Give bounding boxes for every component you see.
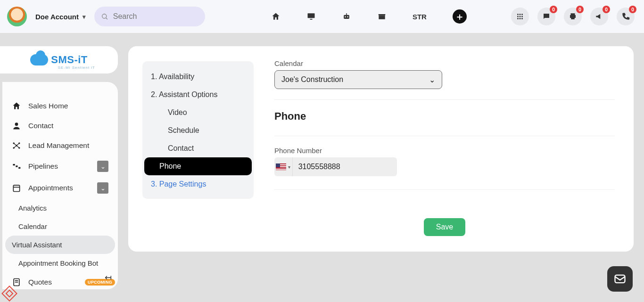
print-button[interactable]: 0 xyxy=(564,8,582,25)
svg-point-5 xyxy=(345,16,346,18)
phone-input-group: ▾ xyxy=(274,157,397,176)
home-icon xyxy=(12,101,21,111)
calendar-label: Calendar xyxy=(274,59,615,67)
svg-rect-28 xyxy=(18,167,20,169)
svg-rect-3 xyxy=(310,19,312,20)
svg-rect-26 xyxy=(13,164,15,165)
add-button[interactable]: ＋ xyxy=(453,9,467,24)
top-bar: Doe Account ▾ STR ＋ 0 0 0 0 xyxy=(0,0,644,33)
pipeline-icon xyxy=(12,162,21,171)
chevron-down-icon[interactable]: ⌄ xyxy=(97,182,108,194)
search-input[interactable] xyxy=(113,12,198,21)
sidebar-item-sales-home[interactable]: Sales Home xyxy=(2,96,118,116)
sidebar-label: Pipelines xyxy=(28,162,58,171)
wizard-steps: 1. Availability 2. Assistant Options Vid… xyxy=(142,61,254,199)
phone-number-label: Phone Number xyxy=(274,147,615,155)
document-icon xyxy=(12,278,21,287)
phone-section-title: Phone xyxy=(274,110,615,122)
wizard-step-availability[interactable]: 1. Availability xyxy=(142,68,254,86)
person-icon xyxy=(12,121,21,131)
save-button[interactable]: Save xyxy=(424,218,465,236)
desktop-icon[interactable] xyxy=(306,12,316,21)
phone-badge: 0 xyxy=(629,6,636,13)
messages-button[interactable]: 0 xyxy=(537,8,555,25)
print-badge: 0 xyxy=(576,6,584,13)
account-name: Doe Account xyxy=(35,13,79,21)
svg-point-11 xyxy=(517,16,519,17)
chevron-down-icon: ⌄ xyxy=(429,75,435,84)
wizard-step-assistant-options[interactable]: 2. Assistant Options xyxy=(142,86,254,104)
svg-point-12 xyxy=(520,16,521,17)
search-icon xyxy=(101,12,108,21)
sidebar-label: Quotes xyxy=(28,278,52,286)
mail-icon xyxy=(613,272,627,286)
sidebar-label: Appointments xyxy=(28,184,73,192)
sidebar-item-calendar[interactable]: Calendar xyxy=(2,217,118,236)
sidebar-item-lead-management[interactable]: Lead Management xyxy=(2,136,118,155)
calendar-select[interactable]: Joe's Construction ⌄ xyxy=(274,70,442,89)
chevron-down-icon[interactable]: ⌄ xyxy=(97,161,108,172)
wizard-sub-phone[interactable]: Phone xyxy=(144,157,252,175)
chevron-down-icon: ▾ xyxy=(83,13,86,20)
global-search[interactable] xyxy=(94,7,205,26)
sidebar-item-analytics[interactable]: Analytics xyxy=(2,199,118,217)
wizard-sub-schedule[interactable]: Schedule xyxy=(144,122,252,139)
svg-point-9 xyxy=(520,14,521,15)
svg-rect-34 xyxy=(615,275,625,283)
svg-point-0 xyxy=(102,14,107,18)
sidebar-label: Analytics xyxy=(18,204,47,212)
sidebar-item-contact[interactable]: Contact xyxy=(2,116,118,136)
sidebar-item-appointments[interactable]: Appointments ⌄ xyxy=(2,177,118,199)
phone-button[interactable]: 0 xyxy=(617,8,635,25)
svg-point-16 xyxy=(521,18,523,19)
apps-grid-button[interactable] xyxy=(511,8,529,25)
wizard-sub-contact[interactable]: Contact xyxy=(144,139,252,157)
svg-point-8 xyxy=(517,14,519,15)
country-code-select[interactable]: ▾ xyxy=(274,157,293,176)
wizard-step-page-settings[interactable]: 3. Page Settings xyxy=(142,175,254,193)
form-area: Calendar Joe's Construction ⌄ Phone Phon… xyxy=(254,46,634,252)
svg-rect-2 xyxy=(307,13,314,18)
wizard-sub-video[interactable]: Video xyxy=(144,104,252,122)
main-sidebar: Sales Home Contact Lead Management Pipel… xyxy=(2,82,118,289)
str-nav-item[interactable]: STR xyxy=(413,13,427,21)
chevron-down-icon: ▾ xyxy=(288,164,290,170)
svg-point-6 xyxy=(347,16,348,18)
robot-icon[interactable] xyxy=(342,12,351,21)
sidebar-label: Virtual Assistant xyxy=(12,241,62,249)
divider xyxy=(274,189,615,190)
brand-name: SMS-iT xyxy=(51,54,88,66)
announcements-button[interactable]: 0 xyxy=(590,8,608,25)
divider xyxy=(274,99,615,100)
account-dropdown[interactable]: Doe Account ▾ xyxy=(35,13,86,21)
svg-rect-29 xyxy=(13,185,19,191)
brand-logo-area[interactable]: SMS-iT SE-Mi Sentient iT xyxy=(0,46,118,73)
calendar-value: Joe's Construction xyxy=(281,75,343,84)
messages-badge: 0 xyxy=(550,6,557,13)
phone-number-input[interactable] xyxy=(293,163,397,171)
store-icon[interactable] xyxy=(377,12,387,21)
brand-tagline: SE-Mi Sentient iT xyxy=(58,65,95,70)
top-right-actions: 0 0 0 0 xyxy=(511,8,644,25)
svg-point-13 xyxy=(521,16,523,17)
collapse-sidebar-icon[interactable]: ↤ xyxy=(105,272,112,283)
home-icon[interactable] xyxy=(271,12,281,21)
svg-rect-4 xyxy=(344,15,349,19)
divider xyxy=(274,136,615,136)
chat-widget-button[interactable] xyxy=(607,266,633,292)
sidebar-item-virtual-assistant[interactable]: Virtual Assistant xyxy=(5,236,115,254)
svg-rect-19 xyxy=(571,17,575,20)
us-flag-icon xyxy=(276,163,286,170)
sidebar-item-quotes[interactable]: Quotes UPCOMING xyxy=(2,272,118,289)
sidebar-item-appointment-booking-bot[interactable]: Appointment Booking Bot xyxy=(2,254,118,272)
sidebar-label: Appointment Booking Bot xyxy=(18,259,98,267)
user-avatar[interactable] xyxy=(7,7,27,26)
sidebar-label: Calendar xyxy=(18,222,47,230)
sidebar-item-pipelines[interactable]: Pipelines ⌄ xyxy=(2,155,118,177)
svg-line-1 xyxy=(106,18,107,19)
svg-point-14 xyxy=(517,18,519,19)
cloud-icon xyxy=(30,54,48,65)
sidebar-label: Contact xyxy=(28,122,53,130)
sidebar-label: Lead Management xyxy=(28,141,89,150)
announcements-badge: 0 xyxy=(603,6,610,13)
